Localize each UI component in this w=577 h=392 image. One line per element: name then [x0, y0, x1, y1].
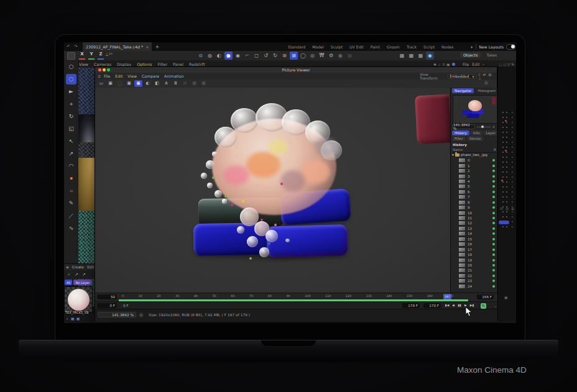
create-menu[interactable]: Create	[72, 265, 84, 269]
history-item[interactable]: 15	[452, 237, 497, 242]
tool-icon[interactable]: ◱	[66, 124, 76, 134]
tool-icon[interactable]: ↻	[66, 111, 76, 122]
chevron-down-icon[interactable]: ∨	[139, 312, 144, 317]
filter-nolayer-button[interactable]: No Layer	[73, 280, 91, 285]
tool-icon[interactable]: ＋	[66, 99, 76, 109]
history-item[interactable]: 22	[452, 273, 497, 278]
render-icon[interactable]: ▦	[398, 52, 406, 60]
history-item[interactable]: 9	[452, 205, 497, 210]
axis-lock-button[interactable]: Y	[88, 52, 95, 60]
toolbar-icon[interactable]: ⌐	[243, 52, 251, 60]
history-item[interactable]: 10	[452, 210, 497, 215]
viewport-menu-item[interactable]: Display	[117, 62, 131, 66]
history-item[interactable]: 1	[452, 163, 497, 168]
history-item[interactable]: 19	[452, 257, 497, 262]
layout-toggle[interactable]	[506, 44, 515, 50]
render-icon[interactable]: ▦	[407, 52, 415, 60]
history-item[interactable]: 16	[452, 242, 497, 247]
history-item[interactable]: 12	[452, 221, 497, 226]
tab-filter[interactable]: Filter	[452, 136, 466, 141]
history-item[interactable]: 11	[452, 216, 497, 221]
toolbar-icon[interactable]: ⊞	[290, 52, 298, 60]
pv-toolbar-icon[interactable]: ▦	[200, 80, 208, 87]
pv-toolbar-icon[interactable]: ◯	[116, 80, 124, 87]
layout-tab[interactable]: Model	[312, 45, 324, 49]
tool-icon[interactable]: ▫	[66, 186, 76, 196]
history-item[interactable]: 23	[452, 278, 497, 283]
pv-toolbar-icon[interactable]: ▣	[134, 80, 142, 87]
timeline-ruler[interactable]: 50 0102030405060708090100110120130140150…	[95, 293, 498, 302]
object-manager-strip[interactable]: ⊙ ◎ ≡ ▣	[497, 66, 516, 321]
toolbar-icon[interactable]: ◐	[215, 52, 223, 60]
render-canvas[interactable]	[95, 88, 450, 293]
toolbar-icon[interactable]: ◉	[234, 52, 242, 60]
menu-item[interactable]: File	[104, 74, 110, 78]
tab-stereo[interactable]: Stereo	[467, 136, 483, 141]
toolbar-icon[interactable]: ₩	[318, 52, 326, 60]
viewport-menu-item[interactable]: Cameras	[94, 62, 111, 66]
history-item[interactable]: 2	[452, 168, 497, 173]
history-item[interactable]: 14	[452, 231, 497, 236]
layout-tab[interactable]: UV Edit	[349, 45, 364, 49]
pv-toolbar-icon[interactable]: ◧	[153, 80, 161, 87]
hamburger-icon[interactable]: ≡	[98, 74, 101, 79]
render-settings-icon[interactable]: ◎	[484, 80, 488, 85]
material-thumbnail[interactable]	[64, 286, 93, 312]
edit-menu[interactable]: Edit	[87, 265, 94, 269]
history-item[interactable]: 7	[452, 194, 497, 199]
start-frame-field[interactable]: 0 F	[97, 303, 117, 308]
history-item[interactable]: 8	[452, 200, 497, 205]
tool-icon[interactable]: ／	[66, 211, 76, 221]
material-view-icon[interactable]: ▦	[71, 316, 75, 322]
toolbar-icon[interactable]: ●	[224, 52, 233, 60]
material-tool-icon[interactable]: ↗	[82, 272, 86, 277]
tab-objects[interactable]: Objects	[460, 52, 481, 58]
viewport-menu-item[interactable]: Options	[137, 62, 152, 66]
tool-icon[interactable]: ○	[66, 62, 76, 72]
playback-button[interactable]: ▮▮	[457, 303, 462, 308]
tab-info[interactable]: Info	[471, 130, 482, 135]
tab-takes[interactable]: Takes	[483, 52, 500, 58]
tool-icon[interactable]: ↖	[66, 136, 76, 147]
filter-icons[interactable]: ✚ ⊥ ⊙ ▣	[433, 62, 450, 66]
axis-lock-button[interactable]: Z	[98, 52, 104, 60]
layout-tab[interactable]: Script	[423, 45, 435, 49]
history-item[interactable]: 18	[452, 252, 497, 257]
add-layout-icon[interactable]: +	[470, 45, 473, 49]
loop-button[interactable]: ↻	[481, 303, 486, 309]
tab-layer[interactable]: Layer	[484, 130, 499, 135]
tool-icon[interactable]: ◌	[66, 74, 76, 84]
toolbar-icon[interactable]: ⊙	[196, 52, 205, 60]
layout-tab[interactable]: Paint	[371, 45, 380, 49]
history-item[interactable]: 24	[452, 284, 497, 289]
render-icon[interactable]: ▦	[417, 52, 425, 60]
chevron-down-icon[interactable]: ∨	[492, 125, 495, 129]
minimize-timeline-icon[interactable]: –	[494, 304, 496, 308]
toolbar-icon[interactable]: ◻	[252, 52, 261, 60]
toolbar-icon[interactable]: ◎	[308, 52, 316, 60]
axis-lock-button[interactable]: X	[79, 52, 85, 60]
filter-all-button[interactable]: All	[65, 280, 72, 285]
status-zoom-field[interactable]: 141.3842 %	[98, 312, 136, 317]
undo-redo-icons[interactable]: ↶ ↷	[67, 44, 79, 49]
new-layouts-label[interactable]: New Layouts	[479, 45, 504, 49]
rate-field[interactable]: 50	[97, 294, 117, 299]
tool-icon[interactable]: ▪	[66, 173, 76, 184]
toolbar-icon[interactable]: ◍	[206, 52, 214, 60]
history-item[interactable]: 6	[452, 189, 497, 194]
tab-histogram[interactable]: Histogram	[475, 88, 498, 93]
range-field-a[interactable]: 178 F	[402, 303, 420, 308]
pv-toolbar-icon[interactable]: ◐	[144, 80, 152, 87]
tab-history[interactable]: History	[452, 130, 469, 135]
tab-navigator[interactable]: Navigator	[452, 88, 474, 93]
toolbar-icon[interactable]: ⊞	[280, 52, 288, 60]
render-icon[interactable]: ◉	[426, 52, 434, 60]
close-tab-icon[interactable]: ×	[145, 45, 149, 49]
view-transform-select[interactable]: Embedded∨	[448, 74, 476, 79]
file-menu[interactable]: File	[463, 62, 469, 66]
viewport-menu-item[interactable]: Redshift	[189, 62, 205, 66]
tool-icon[interactable]: ►	[66, 86, 76, 97]
pv-toolbar-icon[interactable]: ▦	[190, 80, 198, 87]
toolbar-icon[interactable]: ↺	[262, 52, 270, 60]
viewport-menu-item[interactable]: Panel	[173, 62, 183, 66]
